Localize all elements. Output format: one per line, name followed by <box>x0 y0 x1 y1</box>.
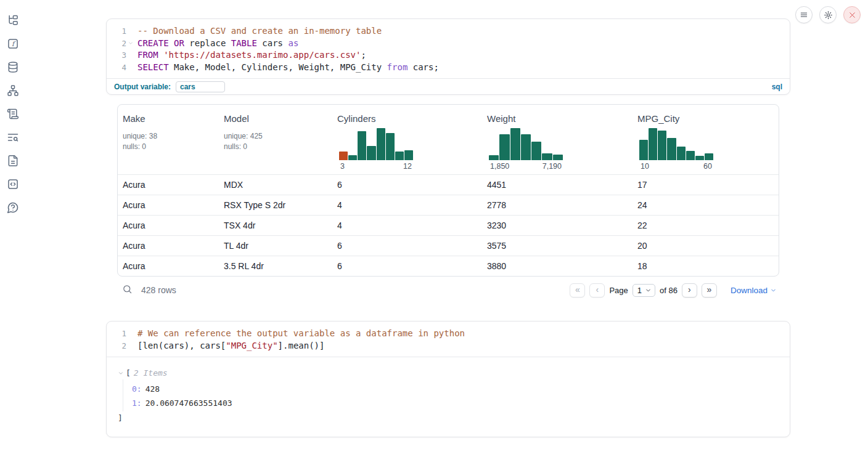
dependency-graph-icon[interactable] <box>6 84 20 97</box>
hist-max-label: 7,190 <box>542 162 562 171</box>
shutdown-icon[interactable] <box>843 6 861 23</box>
line-number: 2 <box>113 38 126 50</box>
first-page-button[interactable]: « <box>570 283 585 297</box>
hist-bar <box>531 142 541 160</box>
hist-min-label: 10 <box>641 162 649 171</box>
hist-bar <box>639 140 648 160</box>
datasources-icon[interactable] <box>6 60 20 74</box>
unique-stat: unique: 425 <box>224 131 332 142</box>
language-badge[interactable]: sql <box>772 83 782 91</box>
documentation-icon[interactable] <box>6 154 20 168</box>
line-number: 1 <box>113 328 126 340</box>
data-table: Make unique: 38 nulls: 0 Model unique: 4… <box>117 104 779 277</box>
settings-icon[interactable] <box>819 6 837 23</box>
table-row[interactable]: Acura RSX Type S 2dr 4 2778 24 <box>118 195 779 215</box>
logs-icon[interactable] <box>6 131 20 144</box>
hist-min-label: 1,850 <box>490 162 509 171</box>
code-line: 4 SELECT Make, Model, Cylinders, Weight,… <box>113 62 790 74</box>
menu-icon[interactable] <box>795 6 813 23</box>
table-row[interactable]: Acura MDX 6 4451 17 <box>118 174 779 195</box>
table-row[interactable]: Acura 3.5 RL 4dr 6 3880 18 <box>118 256 779 276</box>
notebook-actions <box>795 6 861 23</box>
scratchpad-icon[interactable] <box>6 107 20 121</box>
hist-bar <box>358 131 366 160</box>
last-page-button[interactable]: » <box>702 283 717 297</box>
hist-bar <box>404 150 413 160</box>
pagination: « ‹ Page 1 of 86 › » <box>570 283 717 297</box>
chevron-down-icon <box>645 287 652 294</box>
code-line: 2 CREATE OR replace TABLE cars as <box>113 38 790 50</box>
collapse-chevron-icon[interactable] <box>118 370 124 376</box>
next-page-button[interactable]: › <box>682 283 697 297</box>
snippets-icon[interactable] <box>6 177 20 191</box>
sql-output-table: Make unique: 38 nulls: 0 Model unique: 4… <box>117 104 779 302</box>
fold-chevron-icon[interactable] <box>126 38 135 50</box>
download-button[interactable]: Download <box>731 286 777 295</box>
hist-bar <box>510 128 520 160</box>
hist-max-label: 12 <box>403 162 412 171</box>
table-footer: 428 rows « ‹ Page 1 of 86 › » Download <box>117 278 779 302</box>
table-row[interactable]: Acura TL 4dr 6 3575 20 <box>118 235 779 256</box>
column-header-weight[interactable]: Weight 1,850 7,190 <box>482 113 633 171</box>
hist-bar <box>658 131 666 160</box>
python-editor[interactable]: 1 # We can reference the output variable… <box>107 322 790 357</box>
page-select[interactable]: 1 <box>633 284 655 297</box>
mpg-city-histogram[interactable] <box>639 126 713 160</box>
hist-bar <box>339 152 348 160</box>
open-bracket: [ <box>126 366 131 379</box>
code-line: 2 [len(cars), cars["MPG_City"].mean()] <box>113 340 790 352</box>
page-label: Page <box>609 286 628 295</box>
hist-bar <box>489 155 499 160</box>
hist-bar <box>705 153 713 160</box>
column-header-make[interactable]: Make unique: 38 nulls: 0 <box>118 113 219 171</box>
hist-bar <box>542 153 552 160</box>
sidebar: f <box>0 0 26 449</box>
line-number: 1 <box>113 25 126 38</box>
hist-min-label: 3 <box>340 162 345 171</box>
prev-page-button[interactable]: ‹ <box>589 283 605 297</box>
hist-bar <box>348 155 357 160</box>
hist-bar <box>377 128 385 160</box>
sql-cell[interactable]: 1 -- Download a CSV and create an in-mem… <box>106 18 790 95</box>
cylinders-histogram[interactable] <box>339 126 413 160</box>
page-total-label: of 86 <box>660 286 678 295</box>
nulls-stat: nulls: 0 <box>123 142 219 152</box>
code-line: 1 # We can reference the output variable… <box>113 328 790 340</box>
line-number: 3 <box>113 49 126 62</box>
row-count: 428 rows <box>141 285 176 295</box>
hist-bar <box>649 128 657 160</box>
hist-max-label: 60 <box>703 162 712 171</box>
hist-bar <box>521 134 531 160</box>
file-explorer-icon[interactable] <box>6 14 20 27</box>
table-row[interactable]: Acura TSX 4dr 4 3230 22 <box>118 215 779 235</box>
hist-bar <box>667 138 676 160</box>
output-variable-input[interactable] <box>176 81 225 92</box>
search-icon[interactable] <box>122 284 133 297</box>
hist-bar <box>395 152 404 160</box>
sql-editor[interactable]: 1 -- Download a CSV and create an in-mem… <box>107 19 790 78</box>
function-icon[interactable]: f <box>6 37 20 51</box>
table-header-row: Make unique: 38 nulls: 0 Model unique: 4… <box>118 105 779 174</box>
hist-bar <box>499 134 509 160</box>
sql-cell-footer: Output variable: sql <box>107 78 790 94</box>
weight-histogram[interactable] <box>489 126 563 160</box>
hist-bar <box>386 133 395 160</box>
help-icon[interactable] <box>6 201 20 214</box>
output-variable-label: Output variable: <box>114 83 171 91</box>
list-item: 1:20.060747663551403 <box>132 397 780 411</box>
hist-bar <box>553 155 563 160</box>
hist-bar <box>677 147 686 160</box>
line-number: 2 <box>113 340 126 352</box>
column-header-mpg-city[interactable]: MPG_City 10 60 <box>633 113 779 171</box>
code-line: 3 FROM 'https://datasets.marimo.app/cars… <box>113 49 790 62</box>
column-header-model[interactable]: Model unique: 425 nulls: 0 <box>219 113 332 171</box>
column-header-cylinders[interactable]: Cylinders 3 12 <box>332 113 482 171</box>
python-cell[interactable]: 1 # We can reference the output variable… <box>106 321 790 437</box>
line-number: 4 <box>113 62 126 74</box>
unique-stat: unique: 38 <box>123 131 219 142</box>
svg-text:f: f <box>12 40 16 48</box>
nulls-stat: nulls: 0 <box>224 142 332 152</box>
notebook: 1 -- Download a CSV and create an in-mem… <box>106 0 790 437</box>
hist-bar <box>695 156 704 160</box>
list-item: 0:428 <box>132 382 780 397</box>
